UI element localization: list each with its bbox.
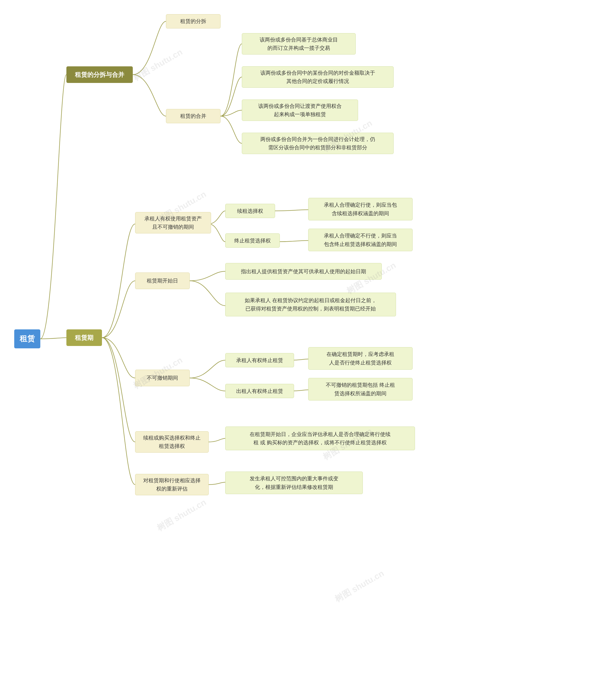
root-node: 租赁 [14, 329, 40, 348]
l4-irrev-tenant-detail-node: 在确定租赁期时，应考虑承租人是否行使终止租赁选择权 [308, 347, 413, 370]
l3-m1-node: 该两份或多份合同基于总体商业目的而订立并构成一揽子交易 [242, 33, 356, 54]
l4-renew-yes-node: 承租人合理确定行使，则应当包含续租选择权涵盖的期间 [308, 198, 413, 220]
watermark: 树图 shutu.cn [155, 497, 208, 534]
l3-irrev-landlord-node: 出租人有权终止租赁 [225, 384, 294, 398]
l3-renew-detail-node: 在租赁期开始日，企业应当评估承租人是否合理确定将行使续租 或 购买标的资产的选择… [225, 426, 415, 450]
l2-renew-option-node: 续租或购买选择权和终止租赁选择权 [135, 431, 209, 453]
l2-merge-node: 租赁的合并 [166, 109, 221, 123]
l2-split-node: 租赁的分拆 [166, 14, 221, 28]
l3-start1-node: 指出租人提供租赁资产使其可供承租人使用的起始日期 [225, 263, 382, 280]
l2-irrevocable-node: 承租人有权使用租赁资产且不可撤销的期间 [135, 212, 211, 234]
watermark: 树图 shutu.cn [131, 46, 185, 84]
l1-lease-period-node: 租赁期 [66, 329, 102, 346]
l4-renew-no-node: 承租人合理确定不行使，则应当包含终止租赁选择权涵盖的期间 [308, 229, 413, 251]
l2-irrev-period-node: 不可撤销期间 [135, 370, 190, 386]
l2-reassess-node: 对租赁期和行使相应选择权的重新评估 [135, 474, 209, 495]
l3-m2-node: 该两份或多份合同中的某份合同的对价金额取决于其他合同的定价或履行情况 [242, 66, 394, 88]
mind-map: 树图 shutu.cn 树图 shutu.cn 树图 shutu.cn 树图 s… [0, 0, 607, 700]
l1-split-merge-node: 租赁的分拆与合并 [66, 66, 133, 83]
l4-irrev-landlord-detail-node: 不可撤销的租赁期包括 终止租赁选择权所涵盖的期间 [308, 378, 413, 400]
watermark: 树图 shutu.cn [333, 568, 386, 605]
l3-m3-node: 该两份或多份合同让渡资产使用权合起来构成一项单独租赁 [242, 100, 358, 121]
l3-reassess-detail-node: 发生承租人可控范围内的重大事件或变化，根据重新评估结果修改租赁期 [225, 472, 363, 494]
l3-m4-node: 两份或多份合同合并为一份合同进行会计处理，仍需区分该份合同中的租赁部分和非租赁部… [242, 133, 394, 154]
l3-renew-right-node: 续租选择权 [225, 204, 275, 218]
l3-start2-node: 如果承租人 在租赁协议约定的起租日或租金起付日之前，已获得对租赁资产使用权的控制… [225, 293, 396, 316]
l3-irrev-tenant-node: 承租人有权终止租赁 [225, 353, 294, 367]
l3-terminate-right-node: 终止租赁选择权 [225, 234, 280, 248]
l2-start-date-node: 租赁期开始日 [135, 272, 190, 289]
